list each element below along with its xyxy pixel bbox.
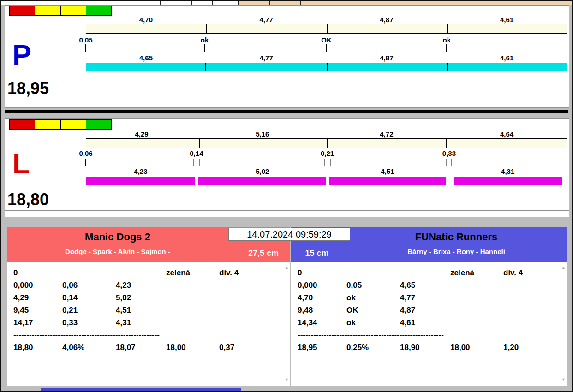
run-number: 0 bbox=[298, 268, 302, 278]
percent-diff: 4,06% bbox=[62, 343, 84, 352]
split-time-label: 4,87 bbox=[380, 54, 393, 62]
dog-time: 4,65 bbox=[400, 281, 415, 290]
table-row: 0,000 0,05 4,65 bbox=[291, 281, 567, 292]
bar-divider bbox=[327, 63, 328, 71]
window-edge-tick bbox=[212, 1, 213, 5]
marker-label: ok bbox=[442, 36, 451, 44]
dog-time: 4,61 bbox=[400, 318, 415, 327]
team-right-jump-height: 15 cm bbox=[298, 249, 336, 258]
tick-mark bbox=[204, 44, 205, 52]
background-taskbar-strip bbox=[41, 388, 241, 391]
split-time-label: 4,29 bbox=[135, 130, 148, 138]
light-red bbox=[10, 120, 35, 129]
lane-p-bottom-split-labels: 4,65 4,77 4,87 4,61 bbox=[86, 54, 567, 61]
net-time: 18,90 bbox=[400, 343, 420, 352]
window-edge-tick bbox=[300, 1, 301, 5]
time-bar-segment bbox=[329, 177, 446, 185]
marker-label: ok bbox=[201, 36, 209, 44]
reference-time: 18,00 bbox=[450, 343, 470, 352]
timestamp: 14.07.2024 09:59:29 bbox=[228, 228, 350, 241]
summary-row: 18,95 0,25% 18,90 18,00 1,20 bbox=[291, 343, 567, 354]
team-right-name: FUNatic Runners bbox=[346, 231, 567, 243]
table-row: 4,29 0,14 5,02 bbox=[7, 293, 290, 304]
bar-divider bbox=[447, 24, 448, 33]
split-time-label: 4,72 bbox=[380, 130, 393, 138]
time-bar-segment bbox=[86, 177, 195, 185]
light-yellow-2 bbox=[61, 6, 86, 15]
results-panel: Manic Dogs 2 Dodge - Spark - Alvin - Saj… bbox=[5, 225, 568, 387]
lane-p-total-time: 18,95 bbox=[7, 80, 49, 97]
cumulative-time: 0,000 bbox=[298, 281, 317, 290]
table-row: 14,17 0,33 4,31 bbox=[7, 318, 290, 329]
bar-divider bbox=[327, 24, 328, 33]
tick-mark bbox=[85, 44, 86, 52]
cumulative-time: 9,48 bbox=[298, 306, 313, 315]
split-time-label: 4,31 bbox=[501, 167, 514, 175]
division: div. 4 bbox=[503, 268, 523, 278]
cumulative-time: 0,000 bbox=[13, 281, 33, 290]
lane-l-time-bar bbox=[86, 177, 567, 185]
scroll-down-icon[interactable]: ▼ bbox=[285, 378, 289, 382]
lane-p-panel: 4,70 4,77 4,87 4,61 0,05 ok OK ok 4,65 4… bbox=[5, 5, 569, 101]
time-diff: 0,37 bbox=[219, 343, 234, 352]
split-time-label: 4,61 bbox=[500, 54, 513, 62]
lane-l-tick-marks bbox=[86, 159, 567, 166]
team-right-members: Bárny - Brixa - Rony - Hanneli bbox=[346, 248, 567, 255]
checkbox-marker[interactable] bbox=[446, 159, 452, 166]
window-edge-tick bbox=[269, 1, 270, 5]
change-time: 0,06 bbox=[62, 281, 78, 290]
split-time-label: 4,23 bbox=[134, 167, 147, 175]
cumulative-time: 4,70 bbox=[298, 293, 313, 303]
lane-p-status-strip bbox=[5, 101, 569, 108]
marker-label: 0,14 bbox=[190, 149, 203, 157]
background-window-area bbox=[238, 1, 572, 5]
split-time-label: 4,87 bbox=[380, 16, 393, 24]
dog-time: 4,31 bbox=[116, 318, 131, 327]
cumulative-time: 14,34 bbox=[298, 318, 317, 327]
change-time: ok bbox=[346, 318, 356, 327]
checkbox-marker[interactable] bbox=[193, 159, 199, 166]
lane-p-marker-labels: 0,05 ok OK ok bbox=[86, 36, 567, 43]
timing-display-window: 4,70 4,77 4,87 4,61 0,05 ok OK ok 4,65 4… bbox=[0, 0, 573, 392]
dog-time: 5,02 bbox=[116, 293, 131, 303]
light-status: zelená bbox=[166, 268, 190, 278]
total-time: 18,95 bbox=[298, 343, 317, 352]
scroll-up-icon[interactable]: ▲ bbox=[285, 266, 289, 270]
team-left-results-table[interactable]: 0 zelená div. 4 0,000 0,06 4,23 4,29 0,1… bbox=[7, 262, 290, 386]
bar-divider bbox=[446, 139, 447, 148]
checkbox-marker[interactable] bbox=[324, 159, 330, 166]
start-lights-p bbox=[9, 6, 112, 16]
cumulative-time: 14,17 bbox=[13, 318, 33, 327]
lane-l-total-time: 18,80 bbox=[7, 191, 49, 208]
marker-label: OK bbox=[321, 36, 332, 44]
lane-p-reference-bar bbox=[86, 24, 567, 34]
light-yellow-1 bbox=[35, 120, 60, 129]
lane-l-bottom-split-labels: 4,23 5,02 4,51 4,31 bbox=[86, 167, 567, 175]
marker-label: 0,21 bbox=[321, 149, 334, 157]
separator-row: ----------------------------------------… bbox=[291, 331, 567, 342]
change-time: 0,05 bbox=[346, 281, 362, 290]
bar-divider bbox=[327, 139, 328, 148]
light-yellow-1 bbox=[35, 6, 60, 15]
lane-divider bbox=[5, 110, 568, 113]
bar-divider bbox=[206, 24, 207, 33]
light-green bbox=[86, 120, 111, 129]
light-green bbox=[86, 6, 111, 15]
percent-diff: 0,25% bbox=[346, 343, 369, 352]
table-row: 0,000 0,06 4,23 bbox=[7, 281, 290, 292]
split-time-label: 4,51 bbox=[381, 167, 394, 175]
tick-mark bbox=[446, 44, 447, 52]
scroll-up-icon[interactable]: ▲ bbox=[561, 266, 566, 270]
division: div. 4 bbox=[219, 268, 239, 278]
split-time-label: 4,77 bbox=[260, 54, 273, 62]
table-row: 9,45 0,21 4,51 bbox=[7, 306, 290, 317]
change-time: 0,14 bbox=[62, 293, 78, 303]
light-red bbox=[10, 6, 35, 15]
lane-p-tick-marks bbox=[86, 44, 567, 52]
split-time-label: 4,61 bbox=[500, 16, 513, 24]
cumulative-time: 9,45 bbox=[13, 306, 29, 315]
cumulative-time: 4,29 bbox=[13, 293, 29, 303]
scroll-down-icon[interactable]: ▼ bbox=[561, 378, 566, 382]
separator-dashes: ----------------------------------------… bbox=[298, 331, 444, 340]
team-right-results-table[interactable]: 0 zelená div. 4 0,000 0,05 4,65 4,70 ok … bbox=[291, 262, 567, 386]
